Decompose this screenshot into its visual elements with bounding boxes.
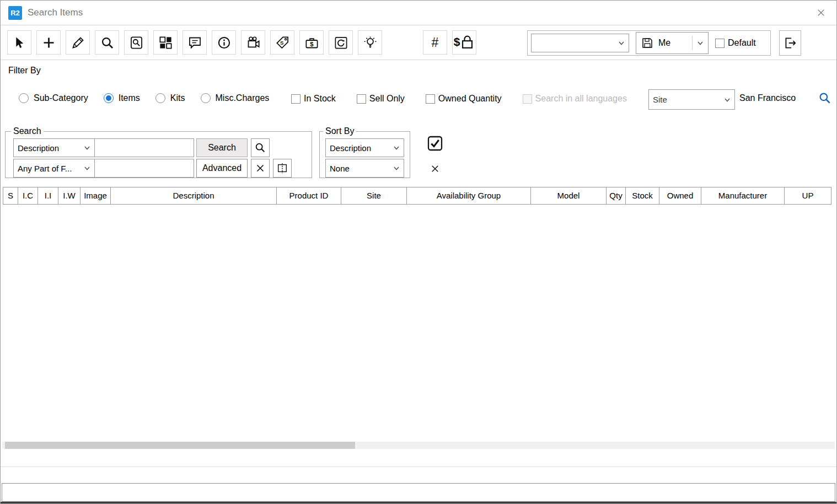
info-button[interactable] bbox=[212, 30, 236, 55]
column-header[interactable]: Manufacturer bbox=[701, 187, 785, 205]
column-header[interactable]: I.W bbox=[58, 187, 81, 205]
radio-indicator[interactable] bbox=[155, 93, 165, 103]
column-header[interactable]: Site bbox=[341, 187, 407, 205]
price-tag-button[interactable]: S bbox=[270, 30, 294, 55]
search-icon bbox=[100, 35, 115, 50]
apply-sort-button[interactable] bbox=[425, 133, 445, 153]
video-search-icon bbox=[246, 35, 261, 50]
site-selected-value: San Francisco bbox=[739, 93, 796, 103]
search-field-value: Description bbox=[18, 143, 59, 153]
search-document-button[interactable] bbox=[124, 30, 148, 55]
idea-button[interactable] bbox=[358, 30, 382, 55]
search-button[interactable]: Search bbox=[196, 138, 248, 157]
radio-indicator[interactable] bbox=[19, 93, 29, 103]
column-header[interactable]: Product ID bbox=[276, 187, 341, 205]
search-row-1: Description Search bbox=[13, 138, 312, 157]
match-mode-combobox[interactable]: Any Part of F... bbox=[13, 159, 95, 178]
radio-kits[interactable]: Kits bbox=[155, 93, 185, 103]
column-header[interactable]: Availability Group bbox=[406, 187, 531, 205]
radio-misc-charges[interactable]: Misc.Charges bbox=[201, 93, 270, 103]
exit-icon bbox=[783, 36, 797, 50]
horizontal-scrollbar[interactable] bbox=[2, 442, 835, 449]
money-case-icon: $ bbox=[304, 35, 319, 50]
radio-label: Misc.Charges bbox=[216, 93, 270, 103]
add-button[interactable] bbox=[36, 30, 61, 55]
scrollbar-thumb[interactable] bbox=[5, 442, 355, 449]
column-header[interactable]: I.C bbox=[18, 187, 38, 205]
svg-text:S: S bbox=[280, 40, 283, 46]
checkbox-sell-only-row[interactable]: Sell Only bbox=[357, 94, 405, 104]
radio-items[interactable]: Items bbox=[104, 93, 140, 103]
toolbar: S $ bbox=[1, 26, 836, 60]
chevron-down-icon bbox=[697, 40, 704, 46]
price-lock-button[interactable]: $ bbox=[452, 30, 476, 55]
x-icon bbox=[254, 162, 266, 174]
default-checkbox[interactable] bbox=[715, 39, 725, 48]
radio-indicator[interactable] bbox=[201, 93, 211, 103]
svg-text:$: $ bbox=[310, 40, 314, 47]
search-field-combobox[interactable]: Description bbox=[13, 138, 95, 157]
search-document-icon bbox=[129, 35, 144, 50]
search-button-toolbar[interactable] bbox=[95, 30, 119, 55]
close-button[interactable] bbox=[813, 5, 829, 20]
edit-button[interactable] bbox=[66, 30, 90, 55]
checkbox-label: Search in all languages bbox=[535, 94, 627, 104]
column-header[interactable]: Stock bbox=[625, 187, 659, 205]
toolbar-combobox[interactable] bbox=[531, 34, 629, 52]
video-search-button[interactable] bbox=[241, 30, 265, 55]
history-button[interactable] bbox=[329, 30, 353, 55]
x-icon bbox=[430, 164, 440, 174]
site-search-button[interactable] bbox=[818, 91, 832, 105]
status-bar bbox=[2, 483, 835, 502]
column-header[interactable]: Model bbox=[530, 187, 607, 205]
owned-quantity-checkbox[interactable] bbox=[426, 94, 435, 104]
search-text-input[interactable] bbox=[95, 138, 194, 157]
comment-icon bbox=[187, 35, 202, 50]
chevron-down-icon bbox=[393, 145, 400, 151]
filter-checkbox-group: In Stock Sell Only Owned Quantity Search… bbox=[291, 94, 627, 104]
save-view-button[interactable]: Me bbox=[636, 32, 709, 54]
column-header[interactable]: Qty bbox=[606, 187, 626, 205]
radio-sub-category[interactable]: Sub-Category bbox=[19, 93, 88, 103]
window-bottom-edge bbox=[1, 502, 836, 503]
column-header[interactable]: I.I bbox=[37, 187, 58, 205]
checkbox-in-stock-row[interactable]: In Stock bbox=[291, 94, 336, 104]
price-lock-icon: $ bbox=[454, 35, 475, 50]
sort-primary-combobox[interactable]: Description bbox=[325, 138, 404, 157]
search-icon bbox=[254, 142, 266, 154]
checkbox-owned-quantity-row[interactable]: Owned Quantity bbox=[426, 94, 502, 104]
toolbar-right-group: Me Default bbox=[527, 30, 771, 56]
checkbox-label: Sell Only bbox=[369, 94, 405, 104]
advanced-button[interactable]: Advanced bbox=[196, 159, 248, 178]
clear-search-button[interactable] bbox=[251, 159, 270, 178]
column-header[interactable]: UP bbox=[784, 187, 831, 205]
close-icon bbox=[816, 8, 826, 18]
checkbox-label: Owned Quantity bbox=[438, 94, 502, 104]
pointer-button[interactable] bbox=[7, 30, 31, 55]
quick-search-button[interactable] bbox=[251, 138, 270, 157]
radio-indicator[interactable] bbox=[104, 93, 114, 103]
number-button[interactable]: # bbox=[423, 30, 447, 55]
layout-grid-button[interactable] bbox=[153, 30, 178, 55]
sell-only-checkbox[interactable] bbox=[357, 94, 366, 104]
checkbox-label: In Stock bbox=[304, 94, 336, 104]
in-stock-checkbox[interactable] bbox=[291, 94, 301, 104]
clear-sort-button[interactable] bbox=[427, 161, 443, 176]
comment-button[interactable] bbox=[183, 30, 207, 55]
site-combobox[interactable]: Site bbox=[648, 89, 735, 110]
chevron-down-icon bbox=[618, 40, 625, 46]
save-icon bbox=[641, 36, 654, 50]
chevron-down-icon bbox=[84, 145, 90, 151]
column-header[interactable]: S bbox=[3, 187, 18, 205]
money-case-button[interactable]: $ bbox=[299, 30, 324, 55]
column-header[interactable]: Owned bbox=[659, 187, 701, 205]
app-logo: R2 bbox=[8, 6, 22, 20]
exit-button[interactable] bbox=[779, 30, 801, 56]
price-tag-icon: S bbox=[275, 35, 290, 50]
sort-secondary-combobox[interactable]: None bbox=[325, 159, 404, 178]
column-header[interactable]: Description bbox=[110, 187, 277, 205]
advanced-text-input[interactable] bbox=[95, 159, 194, 178]
all-languages-checkbox bbox=[523, 94, 532, 104]
column-header[interactable]: Image bbox=[80, 187, 111, 205]
compare-button[interactable] bbox=[273, 159, 292, 178]
